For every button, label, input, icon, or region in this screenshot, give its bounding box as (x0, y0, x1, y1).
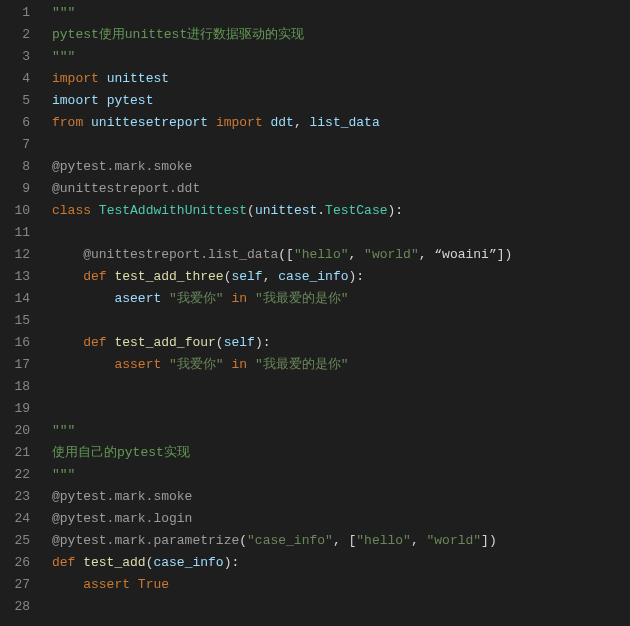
code-token: , (294, 115, 310, 130)
code-line[interactable] (52, 376, 630, 398)
code-token: ): (388, 203, 404, 218)
code-token: , (419, 247, 435, 262)
code-token: imoort (52, 93, 99, 108)
line-number: 3 (0, 46, 30, 68)
code-token: "hello" (294, 247, 349, 262)
code-token: @pytest.mark.login (52, 511, 192, 526)
code-token: """ (52, 467, 75, 482)
line-number: 28 (0, 596, 30, 618)
code-token: ddt (271, 115, 294, 130)
code-line[interactable] (52, 134, 630, 156)
code-token (91, 203, 99, 218)
code-token (161, 291, 169, 306)
code-token: "我爱你" (169, 357, 224, 372)
code-token (208, 115, 216, 130)
line-number: 8 (0, 156, 30, 178)
code-line[interactable]: pytest使用unittest进行数据驱动的实现 (52, 24, 630, 46)
code-line[interactable]: assert True (52, 574, 630, 596)
code-line[interactable]: def test_add(case_info): (52, 552, 630, 574)
line-number: 27 (0, 574, 30, 596)
code-token (83, 115, 91, 130)
code-token: "我爱你" (169, 291, 224, 306)
code-token: "我最爱的是你" (255, 357, 349, 372)
code-token: test_add_three (114, 269, 223, 284)
code-token: self (231, 269, 262, 284)
line-number: 10 (0, 200, 30, 222)
code-editor[interactable]: 1234567891011121314151617181920212223242… (0, 0, 630, 626)
code-token: TestAddwithUnittest (99, 203, 247, 218)
line-number: 1 (0, 2, 30, 24)
code-line[interactable] (52, 222, 630, 244)
code-token (52, 247, 83, 262)
code-token: "hello" (356, 533, 411, 548)
code-token: test_add_four (114, 335, 215, 350)
code-line[interactable]: @pytest.mark.smoke (52, 486, 630, 508)
code-token: @pytest.mark.parametrize (52, 533, 239, 548)
code-token (99, 93, 107, 108)
code-line[interactable] (52, 310, 630, 332)
code-token: "case_info" (247, 533, 333, 548)
code-token: , [ (333, 533, 356, 548)
code-token: ( (247, 203, 255, 218)
code-token: assert (114, 357, 161, 372)
code-token (247, 357, 255, 372)
code-token: case_info (278, 269, 348, 284)
code-line[interactable]: """ (52, 2, 630, 24)
code-line[interactable]: imoort pytest (52, 90, 630, 112)
code-token: “woaini” (434, 247, 496, 262)
code-line[interactable]: assert "我爱你" in "我最爱的是你" (52, 354, 630, 376)
code-line[interactable]: @pytest.mark.login (52, 508, 630, 530)
code-token: in (231, 291, 247, 306)
code-token: ): (255, 335, 271, 350)
code-token (52, 357, 114, 372)
code-token (247, 291, 255, 306)
code-token: True (138, 577, 169, 592)
code-token: from (52, 115, 83, 130)
code-token: . (317, 203, 325, 218)
code-line[interactable]: @pytest.mark.smoke (52, 156, 630, 178)
code-token: def (52, 555, 75, 570)
code-line[interactable]: @unittestreport.ddt (52, 178, 630, 200)
code-line[interactable]: 使用自己的pytest实现 (52, 442, 630, 464)
code-token: ): (224, 555, 240, 570)
code-line[interactable] (52, 596, 630, 618)
code-token: , (411, 533, 427, 548)
code-token: "world" (427, 533, 482, 548)
line-number-gutter: 1234567891011121314151617181920212223242… (0, 2, 40, 626)
code-token: , (263, 269, 279, 284)
code-token: ( (216, 335, 224, 350)
code-token: import (52, 71, 99, 86)
code-line[interactable]: class TestAddwithUnittest(unittest.TestC… (52, 200, 630, 222)
code-area[interactable]: """pytest使用unittest进行数据驱动的实现"""import un… (40, 2, 630, 626)
line-number: 23 (0, 486, 30, 508)
code-token: pytest使用unittest进行数据驱动的实现 (52, 27, 304, 42)
code-token: @unittestreport.ddt (52, 181, 200, 196)
line-number: 4 (0, 68, 30, 90)
code-line[interactable] (52, 398, 630, 420)
code-token (130, 577, 138, 592)
code-token (52, 269, 83, 284)
code-token: , (348, 247, 364, 262)
code-line[interactable]: @pytest.mark.parametrize("case_info", ["… (52, 530, 630, 552)
code-line[interactable]: @unittestreport.list_data(["hello", "wor… (52, 244, 630, 266)
code-token (52, 577, 83, 592)
code-token: "world" (364, 247, 419, 262)
code-line[interactable]: aseert "我爱你" in "我最爱的是你" (52, 288, 630, 310)
line-number: 9 (0, 178, 30, 200)
line-number: 16 (0, 332, 30, 354)
code-line[interactable]: from unittesetreport import ddt, list_da… (52, 112, 630, 134)
code-line[interactable]: import unittest (52, 68, 630, 90)
code-line[interactable]: """ (52, 420, 630, 442)
code-token: ]) (481, 533, 497, 548)
code-token: def (83, 335, 106, 350)
code-line[interactable]: def test_add_three(self, case_info): (52, 266, 630, 288)
code-token: assert (83, 577, 130, 592)
code-token: list_data (310, 115, 380, 130)
line-number: 2 (0, 24, 30, 46)
code-token: class (52, 203, 91, 218)
code-line[interactable]: def test_add_four(self): (52, 332, 630, 354)
code-token: in (231, 357, 247, 372)
code-token: self (224, 335, 255, 350)
code-line[interactable]: """ (52, 464, 630, 486)
code-line[interactable]: """ (52, 46, 630, 68)
